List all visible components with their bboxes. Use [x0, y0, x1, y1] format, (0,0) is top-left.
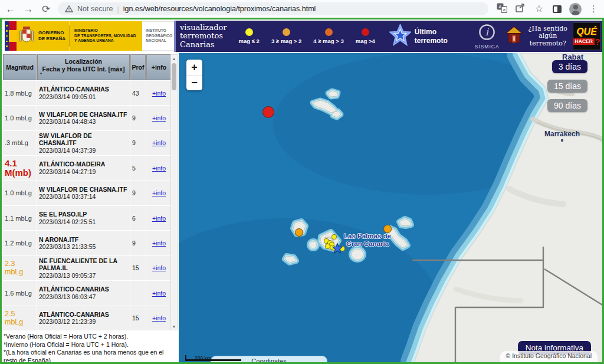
- days-button[interactable]: 90 días: [547, 99, 587, 112]
- zoom-out-button[interactable]: −: [186, 75, 202, 90]
- security-label: Not secure: [77, 5, 113, 13]
- ministry-text: MINISTERIO DE TRANSPORTES, MOVILIDAD Y A…: [70, 21, 142, 51]
- back-icon[interactable]: ←: [5, 4, 17, 14]
- table-row: 1.6 mbLgATLÁNTICO-CANARIAS2023/03/13 06:…: [3, 281, 170, 305]
- location-name: NE FUENCALIENTE DE LA PALMA.IL: [39, 257, 128, 272]
- magnitude-cell: 2.5 mbLg: [3, 306, 37, 330]
- que-hacer-button[interactable]: QUÉ HACER ?: [573, 22, 600, 50]
- days-buttons: 3 días15 días90 días: [547, 60, 587, 112]
- scroll-up-icon[interactable]: ▲: [172, 55, 176, 62]
- col-magnitud: Magnitud: [3, 54, 37, 80]
- table-row: 1.0 mbLgW VILAFLOR DE CHASNA.ITF2023/03/…: [3, 181, 170, 205]
- sismica-info-button[interactable]: i SÍSMICA: [475, 24, 500, 50]
- profile-avatar[interactable]: [569, 3, 582, 15]
- event-datetime: 2023/03/14 04:48:43: [39, 118, 128, 125]
- felt-quake-house-icon[interactable]: [505, 26, 523, 47]
- magnitude-cell: 1.0 mbLg: [3, 181, 37, 205]
- gobierno-text: GOBIERNO DE ESPAÑA: [37, 21, 70, 51]
- side-panel-icon[interactable]: [553, 5, 562, 13]
- not-secure-warning-icon: [65, 5, 73, 12]
- location-cell: ATLÁNTICO-CANARIAS2023/03/12 21:23:39: [37, 306, 130, 330]
- legend-item: mag ≤ 2: [239, 28, 260, 44]
- location-name: ATLÁNTICO-MADEIRA: [39, 160, 128, 168]
- location-name: W VILAFLOR DE CHASNA.ITF: [39, 186, 128, 193]
- magnitude-cell: 1.0 mbLg: [3, 106, 37, 130]
- table-row: 2.5 mbLgATLÁNTICO-CANARIAS2023/03/12 21:…: [3, 306, 170, 330]
- info-cell: +info: [146, 181, 172, 205]
- quake-marker-dot[interactable]: [383, 225, 392, 233]
- depth-cell: 9: [130, 131, 146, 155]
- info-link[interactable]: +info: [152, 139, 166, 146]
- browser-menu-icon[interactable]: ⋮: [589, 4, 598, 14]
- share-icon[interactable]: [515, 3, 526, 15]
- legend-label: 3 ≥ mag > 2: [271, 38, 301, 44]
- earthquake-table: Magnitud Localización Fecha y Hora UTC I…: [3, 54, 178, 330]
- forward-icon[interactable]: →: [22, 4, 34, 14]
- info-link[interactable]: +info: [152, 215, 166, 222]
- bookmark-star-icon[interactable]: ☆: [533, 4, 545, 14]
- event-datetime: 2023/03/12 21:23:39: [39, 318, 128, 325]
- info-link[interactable]: +info: [152, 290, 166, 297]
- legend-item: 3 ≥ mag > 2: [271, 28, 301, 44]
- eu-flag-strip-icon: [5, 21, 9, 51]
- table-row: 1.1 mbLgSE EL PASO.ILP2023/03/14 02:25:5…: [3, 206, 170, 230]
- quake-marker-dot[interactable]: [262, 106, 274, 118]
- info-link[interactable]: +info: [152, 240, 166, 247]
- info-cell: +info: [146, 131, 172, 155]
- info-link[interactable]: +info: [152, 314, 166, 322]
- days-button[interactable]: 3 días: [552, 60, 587, 73]
- magnitude-cell: 4.1 M(mb): [3, 156, 37, 180]
- location-cell: ATLÁNTICO-CANARIAS2023/03/13 06:03:47: [37, 281, 130, 305]
- scroll-down-icon[interactable]: ▼: [172, 323, 176, 330]
- address-bar[interactable]: Not secure | ign.es/web/resources/volcan…: [58, 2, 488, 15]
- legend-item: mag >4: [356, 28, 375, 44]
- info-link[interactable]: +info: [152, 189, 166, 196]
- location-name: ATLÁNTICO-CANARIAS: [39, 311, 128, 318]
- info-cell: +info: [146, 256, 172, 280]
- magnitude-dot-icon: [245, 28, 253, 36]
- magnitude-dot-icon: [283, 28, 290, 36]
- magnitude-cell: 1.1 mbLg: [3, 206, 37, 230]
- map-scale-bar: 200 km: [185, 355, 241, 361]
- legend-item: 4 ≥ mag > 3: [313, 28, 343, 44]
- map-canvas[interactable]: Las Palmas de Gran Canaria Rabat Marrake…: [179, 53, 602, 362]
- depth-cell: [130, 281, 146, 305]
- legend-label: 4 ≥ mag > 3: [313, 38, 343, 44]
- days-button[interactable]: 15 días: [547, 80, 587, 93]
- col-prof: Prof: [130, 54, 146, 80]
- location-name: ATLÁNTICO-CANARIAS: [39, 286, 128, 293]
- location-cell: N ARONA.ITF2023/03/13 21:33:55: [37, 231, 130, 255]
- viewer-header-band: visualizador terremotos Canarias mag ≤ 2…: [174, 21, 602, 52]
- viewer-title: visualizador terremotos Canarias: [180, 24, 227, 50]
- marrakech-dot-icon: [561, 139, 563, 142]
- legend-label: mag >4: [356, 38, 375, 44]
- location-cell: ATLÁNTICO-MADEIRA2023/03/14 04:27:19: [37, 156, 130, 180]
- location-cell: NE FUENCALIENTE DE LA PALMA.IL2023/03/13…: [37, 256, 130, 280]
- location-name: N ARONA.ITF: [39, 236, 128, 243]
- info-link[interactable]: +info: [152, 90, 166, 97]
- event-datetime: 2023/03/13 06:03:47: [39, 293, 128, 300]
- last-quake-label: Último terremoto: [415, 28, 448, 45]
- info-link[interactable]: +info: [152, 264, 166, 271]
- zoom-in-button[interactable]: +: [186, 60, 202, 75]
- felt-quake-question[interactable]: ¿Ha sentido algún terremoto?: [528, 25, 567, 48]
- table-scrollbar[interactable]: ▲ ▼: [170, 54, 178, 330]
- location-name: ATLÁNTICO-CANARIAS: [39, 86, 128, 93]
- scrollbar-thumb[interactable]: [172, 63, 176, 90]
- translate-icon[interactable]: Aa: [497, 3, 507, 15]
- map-zoom-control: + −: [186, 60, 202, 90]
- quake-marker-dot[interactable]: [295, 228, 303, 237]
- svg-text:a: a: [503, 7, 506, 12]
- depth-cell: 5: [130, 156, 146, 180]
- depth-cell: 9: [130, 231, 146, 255]
- info-link[interactable]: +info: [152, 165, 166, 172]
- site-header: GOBIERNO DE ESPAÑA MINISTERIO DE TRANSPO…: [2, 19, 602, 53]
- table-row: 2.3 mbLgNE FUENCALIENTE DE LA PALMA.IL20…: [3, 256, 170, 280]
- depth-cell: 43: [130, 81, 146, 105]
- quake-marker-dot[interactable]: [331, 234, 337, 240]
- reload-icon[interactable]: ⟳: [40, 4, 52, 14]
- magnitude-cell: .3 mbLg: [3, 131, 37, 155]
- magnitude-dot-icon: [325, 28, 333, 36]
- info-link[interactable]: +info: [152, 114, 166, 122]
- table-row: .3 mbLgSW VILAFLOR DE CHASNA.ITF2023/03/…: [3, 131, 170, 155]
